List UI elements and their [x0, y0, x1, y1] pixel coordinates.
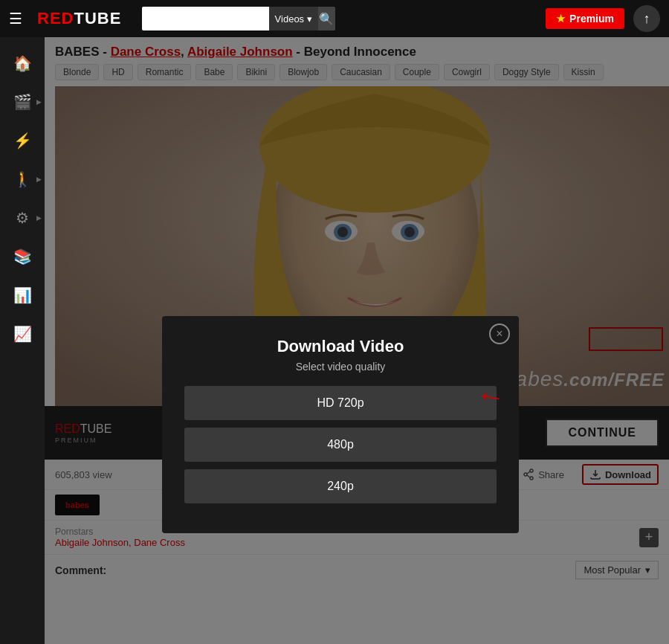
- logo[interactable]: REDTUBE: [37, 9, 121, 28]
- search-type-button[interactable]: Videos ▾: [269, 7, 319, 30]
- modal-title: Download Video: [184, 337, 497, 356]
- expand-arrow-icon: ▶: [36, 98, 42, 106]
- sidebar: 🏠 🎬 ▶ ⚡ 🚶 ▶ ⚙ ▶ 📚 📊 📈: [0, 37, 45, 644]
- upload-button[interactable]: ↑: [633, 5, 660, 32]
- modal-subtitle: Select video quality: [184, 361, 497, 373]
- sidebar-item-settings[interactable]: ⚙ ▶: [0, 199, 45, 236]
- logo-red: RED: [37, 9, 74, 28]
- search-input[interactable]: [142, 7, 268, 30]
- premium-label: Premium: [569, 13, 614, 25]
- sidebar-item-home[interactable]: 🏠: [0, 45, 45, 82]
- search-button[interactable]: 🔍: [318, 7, 335, 30]
- quality-240-button[interactable]: 240p: [184, 469, 497, 503]
- expand-arrow-3-icon: ▶: [36, 214, 42, 222]
- home-icon: 🏠: [13, 54, 32, 72]
- main-layout: 🏠 🎬 ▶ ⚡ 🚶 ▶ ⚙ ▶ 📚 📊 📈 BABES - Da: [0, 37, 669, 644]
- person-icon: 🚶: [13, 170, 32, 188]
- trending-icon: 📈: [13, 325, 32, 343]
- sidebar-item-charts[interactable]: 📊: [0, 277, 45, 314]
- hamburger-icon[interactable]: ☰: [9, 10, 22, 28]
- header: ☰ REDTUBE Videos ▾ 🔍 ★ Premium ↑: [0, 0, 669, 37]
- premium-star-icon: ★: [556, 13, 566, 25]
- quality-hd720-button[interactable]: HD 720p: [184, 386, 497, 420]
- sidebar-item-pornstars[interactable]: 🚶 ▶: [0, 161, 45, 198]
- modal-close-button[interactable]: ×: [489, 323, 510, 344]
- quality-480-button[interactable]: 480p: [184, 428, 497, 462]
- sidebar-item-trending[interactable]: 📈: [0, 315, 45, 352]
- gear-icon: ⚙: [16, 209, 29, 227]
- sidebar-item-library[interactable]: 📚: [0, 238, 45, 275]
- expand-arrow-2-icon: ▶: [36, 176, 42, 183]
- layers-icon: ⚡: [13, 132, 32, 149]
- sidebar-item-videos[interactable]: 🎬 ▶: [0, 83, 45, 120]
- search-bar: Videos ▾ 🔍: [142, 7, 334, 30]
- modal-overlay[interactable]: × Download Video Select video quality HD…: [45, 37, 669, 644]
- videos-icon: 🎬: [13, 93, 32, 111]
- content: BABES - Dane Cross, Abigaile Johnson - B…: [45, 37, 669, 644]
- logo-white: TUBE: [74, 9, 121, 28]
- premium-button[interactable]: ★ Premium: [546, 8, 624, 29]
- charts-icon: 📊: [13, 286, 32, 304]
- library-icon: 📚: [13, 248, 32, 265]
- sidebar-item-categories[interactable]: ⚡: [0, 122, 45, 159]
- red-arrow-annotation: ←: [473, 377, 508, 415]
- download-modal: × Download Video Select video quality HD…: [162, 316, 519, 533]
